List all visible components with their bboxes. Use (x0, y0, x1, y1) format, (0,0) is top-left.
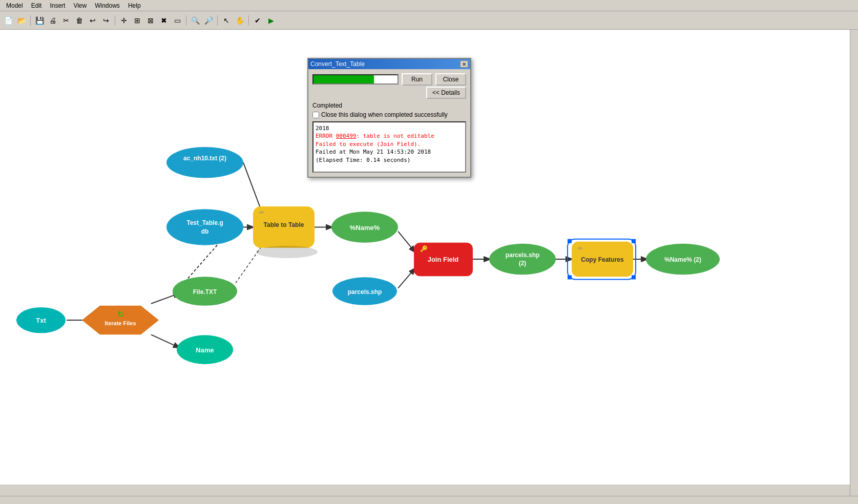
run-button[interactable]: ▶ (265, 14, 277, 27)
node-test-table[interactable] (166, 209, 243, 245)
checkbox-label: Close this dialog when completed success… (321, 111, 448, 118)
svg-text:Join Field: Join Field (428, 256, 459, 263)
menu-view[interactable]: View (69, 1, 91, 10)
print-button[interactable]: 🖨 (47, 14, 59, 27)
progress-bar-container (312, 74, 399, 85)
svg-text:↻: ↻ (117, 309, 124, 319)
close-button[interactable]: Close (435, 73, 466, 86)
menu-windows[interactable]: Windows (91, 1, 124, 10)
handle-bl (568, 275, 572, 279)
save-button[interactable]: 💾 (33, 14, 46, 27)
zoom-out-button[interactable]: 🔎 (202, 14, 215, 27)
dialog-close-button[interactable]: ✕ (460, 60, 468, 68)
svg-text:ac_nh10.txt (2): ac_nh10.txt (2) (183, 155, 226, 162)
log-line-4: (Elapsed Time: 0.14 seconds) (316, 156, 463, 164)
menu-help[interactable]: Help (124, 1, 145, 10)
log-area[interactable]: 2018 ERROR 000499: table is not editable… (312, 121, 466, 173)
svg-text:Table to Table: Table to Table (264, 221, 304, 228)
handle-tr (632, 239, 636, 243)
svg-text:Txt: Txt (36, 317, 46, 324)
svg-text:Copy Features: Copy Features (581, 256, 624, 263)
rect-button[interactable]: ▭ (171, 14, 183, 27)
details-row: << Details (312, 87, 466, 99)
delete-button[interactable]: 🗑 (73, 14, 86, 27)
pointer-button[interactable]: ↖ (220, 14, 233, 27)
svg-text:Name: Name (196, 346, 214, 354)
svg-line-8 (398, 232, 415, 252)
menu-insert[interactable]: Insert (46, 1, 69, 10)
svg-text:File.TXT: File.TXT (193, 288, 217, 296)
log-line-2: Failed to execute (Join Field). (316, 140, 463, 148)
scrollbar-right[interactable] (850, 30, 858, 496)
handle-br (632, 275, 636, 279)
dialog-body: Run Close << Details Completed Close thi… (308, 69, 470, 177)
open-button[interactable]: 📂 (15, 14, 28, 27)
log-line-0: 2018 (316, 124, 463, 132)
dialog-titlebar: Convert_Text_Table ✕ (308, 59, 470, 69)
sep1 (30, 15, 31, 26)
add-button[interactable]: ✛ (118, 14, 130, 27)
sep4 (217, 15, 218, 26)
connect-button[interactable]: ⊠ (144, 14, 157, 27)
svg-text:parcels.shp: parcels.shp (506, 251, 540, 259)
log-line-3: Failed at Mon May 21 14:53:20 2018 (316, 148, 463, 156)
cut-button[interactable]: ✂ (60, 14, 72, 27)
dialog-controls-row: Run Close (312, 73, 466, 86)
pan-button[interactable]: ✋ (234, 14, 246, 27)
svg-text:%Name% (2): %Name% (2) (664, 256, 701, 263)
dialog-title: Convert_Text_Table (310, 60, 365, 68)
svg-text:Iterate Files: Iterate Files (104, 320, 136, 326)
svg-text:parcels.shp: parcels.shp (348, 288, 382, 296)
svg-text:%Name%: %Name% (350, 223, 380, 231)
scrollbar-bottom[interactable] (0, 496, 858, 504)
toolbar: 📄 📂 💾 🖨 ✂ 🗑 ↩ ↪ ✛ ⊞ ⊠ ✖ ▭ 🔍 🔎 ↖ ✋ ✔ ▶ (0, 11, 858, 30)
handle-tl (568, 239, 572, 243)
menu-edit[interactable]: Edit (27, 1, 46, 10)
grid-button[interactable]: ⊞ (131, 14, 143, 27)
convert-dialog: Convert_Text_Table ✕ Run Close << Detail… (307, 58, 471, 178)
sep5 (248, 15, 249, 26)
svg-line-5 (151, 334, 179, 347)
svg-text:(2): (2) (519, 260, 527, 267)
svg-text:🔑: 🔑 (420, 245, 428, 253)
sep2 (115, 15, 115, 26)
undo-button[interactable]: ↩ (87, 14, 99, 27)
node-parcels-shp2[interactable] (489, 244, 556, 275)
close-when-done-checkbox[interactable] (312, 112, 319, 118)
progress-bar-fill (313, 75, 374, 83)
details-button[interactable]: << Details (426, 87, 466, 99)
redo-button[interactable]: ↪ (100, 14, 112, 27)
sep3 (186, 15, 186, 26)
canvas-area: ac_nh10.txt (2) Test_Table.g db File.TXT… (0, 30, 850, 485)
svg-text:Test_Table.g: Test_Table.g (186, 219, 223, 226)
svg-line-9 (398, 268, 415, 288)
menubar: Model Edit Insert View Windows Help (0, 0, 858, 11)
zoom-in-button[interactable]: 🔍 (189, 14, 201, 27)
node-ac-nh10[interactable] (166, 147, 243, 178)
select-button[interactable]: ✖ (158, 14, 170, 27)
shadow-table (256, 246, 318, 258)
new-button[interactable]: 📄 (2, 14, 14, 27)
status-text: Completed (312, 102, 466, 109)
checkbox-row: Close this dialog when completed success… (312, 111, 466, 118)
svg-text:✏: ✏ (578, 245, 583, 252)
svg-text:db: db (201, 228, 209, 235)
run-button[interactable]: Run (402, 73, 432, 86)
svg-text:✏: ✏ (259, 209, 264, 216)
menu-model[interactable]: Model (2, 1, 27, 10)
log-line-1: ERROR 000499: table is not editable (316, 132, 463, 140)
validate-button[interactable]: ✔ (252, 14, 264, 27)
error-link[interactable]: 000499 (336, 133, 357, 139)
